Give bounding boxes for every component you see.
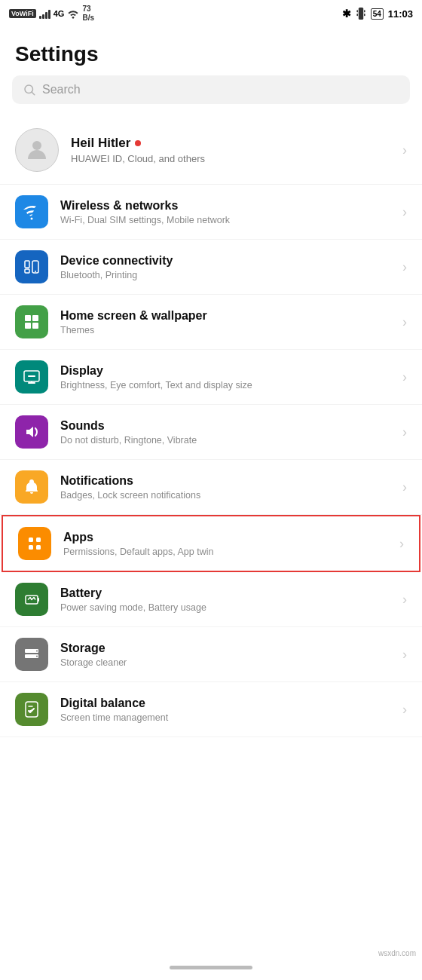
home-screen-icon <box>15 305 48 338</box>
profile-info: Heil Hitler HUAWEI ID, Cloud, and others <box>71 136 205 164</box>
apps-text: Apps Permissions, Default apps, App twin <box>63 531 387 557</box>
signal-bars <box>39 8 50 19</box>
storage-icon <box>15 638 48 671</box>
display-icon <box>15 360 48 394</box>
wireless-chevron-icon: › <box>402 204 407 220</box>
wireless-title: Wireless & networks <box>60 199 390 213</box>
watermark: wsxdn.com <box>378 949 416 957</box>
battery-chevron-icon: › <box>402 592 407 608</box>
home-indicator[interactable] <box>170 966 252 969</box>
vibrate-icon <box>356 8 366 20</box>
apps-title: Apps <box>63 531 387 544</box>
profile-subtitle: HUAWEI ID, Cloud, and others <box>71 153 205 164</box>
settings-item-notifications[interactable]: Notifications Badges, Lock screen notifi… <box>0 460 422 515</box>
svg-rect-1 <box>356 10 358 12</box>
device-connectivity-text: Device connectivity Bluetooth, Printing <box>60 254 390 280</box>
svg-rect-9 <box>25 261 29 268</box>
svg-point-7 <box>32 141 41 150</box>
display-subtitle: Brightness, Eye comfort, Text and displa… <box>60 380 390 390</box>
battery-subtitle: Power saving mode, Battery usage <box>60 602 390 613</box>
digital-balance-subtitle: Screen time management <box>60 712 390 723</box>
page-title: Settings <box>0 27 422 75</box>
svg-rect-0 <box>358 8 362 20</box>
notifications-title: Notifications <box>60 474 390 488</box>
svg-rect-27 <box>38 598 39 602</box>
notifications-text: Notifications Badges, Lock screen notifi… <box>60 474 390 501</box>
notifications-subtitle: Badges, Lock screen notifications <box>60 490 390 501</box>
settings-item-digital-balance[interactable]: Digital balance Screen time management › <box>0 682 422 737</box>
display-title: Display <box>60 364 390 378</box>
svg-rect-13 <box>25 315 31 321</box>
battery-settings-icon <box>15 583 48 616</box>
settings-item-display[interactable]: Display Brightness, Eye comfort, Text an… <box>0 350 422 405</box>
network-type: 4G <box>54 9 65 18</box>
device-connectivity-chevron-icon: › <box>402 259 407 275</box>
svg-line-6 <box>32 92 35 95</box>
battery-text: Battery Power saving mode, Battery usage <box>60 586 390 613</box>
status-bar: VoWiFi 4G 73B/s ✱ 54 11:03 <box>0 0 422 27</box>
device-connectivity-title: Device connectivity <box>60 254 390 268</box>
storage-title: Storage <box>60 642 390 655</box>
sounds-chevron-icon: › <box>402 424 407 440</box>
svg-rect-10 <box>25 269 29 273</box>
home-screen-chevron-icon: › <box>402 314 407 330</box>
digital-balance-title: Digital balance <box>60 697 390 710</box>
svg-rect-2 <box>364 10 365 12</box>
clock: 11:03 <box>388 8 413 20</box>
sounds-title: Sounds <box>60 419 390 433</box>
wireless-text: Wireless & networks Wi-Fi, Dual SIM sett… <box>60 199 390 225</box>
settings-item-storage[interactable]: Storage Storage cleaner › <box>0 627 422 682</box>
storage-text: Storage Storage cleaner <box>60 642 390 668</box>
svg-rect-4 <box>364 14 365 16</box>
apps-subtitle: Permissions, Default apps, App twin <box>63 547 387 557</box>
network-speed: 73B/s <box>82 5 94 23</box>
digital-balance-chevron-icon: › <box>402 702 407 718</box>
settings-item-apps[interactable]: Apps Permissions, Default apps, App twin… <box>2 515 420 572</box>
settings-item-wireless[interactable]: Wireless & networks Wi-Fi, Dual SIM sett… <box>0 185 422 240</box>
avatar <box>15 128 59 172</box>
svg-rect-3 <box>356 14 358 16</box>
svg-marker-21 <box>26 427 33 437</box>
apps-chevron-icon: › <box>399 536 404 552</box>
status-left: VoWiFi 4G 73B/s <box>9 5 94 23</box>
search-placeholder: Search <box>42 83 81 96</box>
home-screen-subtitle: Themes <box>60 325 390 335</box>
svg-point-30 <box>36 651 38 652</box>
device-connectivity-subtitle: Bluetooth, Printing <box>60 270 390 280</box>
settings-item-sounds[interactable]: Sounds Do not disturb, Ringtone, Vibrate… <box>0 405 422 460</box>
settings-item-device-connectivity[interactable]: Device connectivity Bluetooth, Printing … <box>0 240 422 295</box>
display-text: Display Brightness, Eye comfort, Text an… <box>60 364 390 390</box>
bluetooth-icon: ✱ <box>342 8 351 20</box>
battery-title: Battery <box>60 586 390 600</box>
svg-rect-15 <box>25 323 31 329</box>
home-screen-text: Home screen & wallpaper Themes <box>60 309 390 335</box>
svg-rect-22 <box>29 537 33 542</box>
display-chevron-icon: › <box>402 369 407 385</box>
person-icon <box>23 136 50 164</box>
online-indicator <box>135 140 141 146</box>
svg-point-8 <box>31 218 33 220</box>
sounds-text: Sounds Do not disturb, Ringtone, Vibrate <box>60 419 390 446</box>
svg-rect-25 <box>36 545 41 550</box>
svg-rect-16 <box>32 323 38 329</box>
home-screen-title: Home screen & wallpaper <box>60 309 390 323</box>
svg-rect-32 <box>26 702 38 717</box>
apps-icon <box>18 527 51 560</box>
digital-balance-icon <box>15 693 48 726</box>
settings-item-home-screen[interactable]: Home screen & wallpaper Themes › <box>0 295 422 350</box>
sounds-subtitle: Do not disturb, Ringtone, Vibrate <box>60 435 390 446</box>
svg-rect-24 <box>29 545 33 550</box>
device-connectivity-icon <box>15 250 48 283</box>
profile-section[interactable]: Heil Hitler HUAWEI ID, Cloud, and others… <box>0 116 422 185</box>
search-icon <box>23 83 36 96</box>
digital-balance-text: Digital balance Screen time management <box>60 697 390 723</box>
svg-rect-14 <box>32 315 38 321</box>
settings-item-battery[interactable]: Battery Power saving mode, Battery usage… <box>0 572 422 627</box>
svg-point-12 <box>35 271 36 272</box>
notifications-icon <box>15 470 48 504</box>
wireless-subtitle: Wi-Fi, Dual SIM settings, Mobile network <box>60 215 390 225</box>
wireless-icon <box>15 195 48 228</box>
profile-chevron-icon: › <box>402 142 407 158</box>
status-right: ✱ 54 11:03 <box>342 8 413 20</box>
search-bar[interactable]: Search <box>12 75 410 104</box>
